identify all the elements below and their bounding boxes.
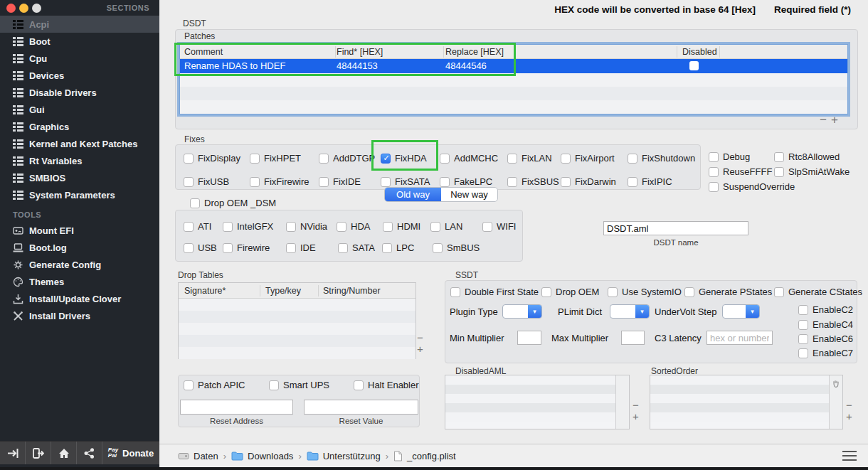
- lan-checkbox[interactable]: LAN: [430, 221, 462, 232]
- breadcrumb-item-daten[interactable]: Daten: [178, 451, 218, 461]
- use-systemio-checkbox[interactable]: Use SystemIO: [608, 287, 682, 297]
- col-type-key[interactable]: Type/key: [265, 286, 301, 296]
- zoom-button[interactable]: [32, 4, 41, 13]
- sidebar-item-devices[interactable]: Devices: [0, 67, 159, 84]
- addmchc-checkbox[interactable]: AddMCHC: [440, 153, 498, 164]
- fixhpet-checkbox[interactable]: FixHPET: [250, 153, 301, 164]
- minimize-button[interactable]: [19, 4, 28, 13]
- remove-table-button[interactable]: −: [417, 333, 423, 343]
- patch-disabled-checkbox[interactable]: [689, 61, 699, 70]
- drop-oem-dsm-checkbox[interactable]: Drop OEM _DSM: [190, 198, 276, 208]
- export-config-button[interactable]: [26, 442, 51, 464]
- fakelpc-checkbox[interactable]: FakeLPC: [440, 176, 492, 187]
- fixshutdown-checkbox[interactable]: FixShutdown: [628, 153, 695, 164]
- home-button[interactable]: [51, 442, 77, 464]
- breadcrumb-item-config-plist[interactable]: _config.plist: [393, 451, 456, 461]
- intelgfx-checkbox[interactable]: IntelGFX: [223, 221, 273, 232]
- tool-generate-config[interactable]: Generate Config: [0, 256, 159, 273]
- sidebar-item-kernel-kext-patches[interactable]: Kernel and Kext Patches: [0, 135, 159, 152]
- ide-checkbox[interactable]: IDE: [286, 242, 316, 253]
- plugin-type-select[interactable]: ▾: [502, 304, 542, 319]
- firewire-checkbox[interactable]: Firewire: [223, 242, 270, 253]
- sidebar-item-system-parameters[interactable]: System Parameters: [0, 186, 159, 203]
- double-first-state-checkbox[interactable]: Double First State: [450, 287, 539, 297]
- remove-sorted-button[interactable]: −: [846, 400, 852, 410]
- col-signature[interactable]: Signature*: [184, 286, 226, 296]
- fixlan-checkbox[interactable]: FixLAN: [507, 153, 552, 164]
- remove-patch-button[interactable]: −: [820, 115, 827, 125]
- c3-latency-input[interactable]: [706, 331, 773, 345]
- smart-ups-checkbox[interactable]: Smart UPS: [269, 380, 329, 390]
- add-aml-button[interactable]: +: [633, 412, 639, 422]
- dsdt-name-input[interactable]: [603, 221, 748, 235]
- undervolt-step-select[interactable]: ▾: [722, 304, 760, 319]
- slpsmiatwake-checkbox[interactable]: SlpSmiAtWake: [774, 166, 850, 177]
- add-table-button[interactable]: +: [417, 344, 423, 354]
- halt-enabler-checkbox[interactable]: Halt Enabler: [354, 380, 419, 390]
- col-replace-hex[interactable]: Replace [HEX]: [445, 47, 504, 57]
- tool-themes[interactable]: Themes: [0, 273, 159, 290]
- fixusb-checkbox[interactable]: FixUSB: [184, 176, 229, 187]
- ati-checkbox[interactable]: ATI: [184, 221, 211, 232]
- reset-value-input[interactable]: [304, 400, 418, 415]
- min-multiplier-input[interactable]: [517, 331, 541, 345]
- col-find-hex[interactable]: Find* [HEX]: [337, 47, 383, 57]
- enablec7-checkbox[interactable]: EnableC7: [798, 348, 853, 358]
- drop-oem-checkbox[interactable]: Drop OEM: [541, 287, 599, 297]
- debug-checkbox[interactable]: Debug: [709, 151, 750, 162]
- fixipic-checkbox[interactable]: FixIPIC: [628, 176, 672, 187]
- fixdisplay-checkbox[interactable]: FixDisplay: [184, 153, 240, 164]
- remove-aml-button[interactable]: −: [633, 400, 639, 410]
- hdmi-checkbox[interactable]: HDMI: [383, 221, 420, 232]
- rtc8allowed-checkbox[interactable]: Rtc8Allowed: [774, 151, 840, 162]
- new-way-segment[interactable]: New way: [441, 188, 497, 201]
- sata-checkbox[interactable]: SATA: [338, 242, 375, 253]
- enablec4-checkbox[interactable]: EnableC4: [798, 319, 853, 330]
- generate-pstates-checkbox[interactable]: Generate PStates: [684, 287, 772, 297]
- drag-hand-icon[interactable]: [831, 378, 841, 391]
- adddtgp-checkbox[interactable]: AddDTGP: [319, 153, 375, 164]
- enablec2-checkbox[interactable]: EnableC2: [798, 304, 853, 315]
- generate-cstates-checkbox[interactable]: Generate CStates: [774, 287, 862, 297]
- fixairport-checkbox[interactable]: FixAirport: [561, 153, 615, 164]
- fixdarwin-checkbox[interactable]: FixDarwin: [561, 176, 616, 187]
- donate-button[interactable]: PayPal Donate: [102, 442, 159, 464]
- enablec6-checkbox[interactable]: EnableC6: [798, 333, 853, 344]
- hda-checkbox[interactable]: HDA: [337, 221, 370, 232]
- add-sorted-button[interactable]: +: [846, 412, 852, 422]
- sidebar-item-rt-variables[interactable]: Rt Variables: [0, 152, 159, 169]
- plimit-dict-select[interactable]: ▾: [610, 304, 650, 319]
- reuseffff-checkbox[interactable]: ReuseFFFF: [709, 166, 772, 177]
- tool-install-drivers[interactable]: Install Drivers: [0, 307, 159, 324]
- patch-row-selected[interactable]: Rename HDAS to HDEF 48444153 48444546: [180, 59, 847, 73]
- usb-checkbox[interactable]: USB: [184, 242, 217, 253]
- sidebar-item-smbios[interactable]: SMBIOS: [0, 169, 159, 186]
- col-string-number[interactable]: String/Number: [323, 286, 381, 296]
- patches-table[interactable]: Comment Find* [HEX] Replace [HEX] Disabl…: [179, 44, 848, 114]
- patch-apic-checkbox[interactable]: Patch APIC: [184, 380, 245, 390]
- import-config-button[interactable]: [0, 442, 26, 464]
- share-button[interactable]: [77, 442, 102, 464]
- sorted-order-list[interactable]: [650, 375, 843, 429]
- sidebar-item-gui[interactable]: Gui: [0, 101, 159, 118]
- sidebar-item-cpu[interactable]: Cpu: [0, 50, 159, 67]
- col-comment[interactable]: Comment: [184, 47, 223, 57]
- fixsata-checkbox[interactable]: FixSATA: [381, 176, 430, 187]
- wifi-checkbox[interactable]: WIFI: [482, 221, 516, 232]
- suspendoverride-checkbox[interactable]: SuspendOverride: [709, 181, 795, 192]
- max-multiplier-input[interactable]: [621, 331, 645, 345]
- disabled-aml-list[interactable]: [445, 375, 630, 429]
- tool-install-update-clover[interactable]: Install/Update Clover: [0, 290, 159, 307]
- col-disabled[interactable]: Disabled: [682, 47, 717, 57]
- drop-tables-table[interactable]: Signature* Type/key String/Number: [178, 282, 416, 359]
- breadcrumb-item-downloads[interactable]: Downloads: [231, 451, 293, 461]
- reset-address-input[interactable]: [180, 400, 293, 415]
- fixsbus-checkbox[interactable]: FixSBUS: [507, 176, 559, 187]
- lpc-checkbox[interactable]: LPC: [382, 242, 414, 253]
- breadcrumb-item-unterstuetzung[interactable]: Unterstützung: [307, 451, 381, 461]
- fixide-checkbox[interactable]: FixIDE: [319, 176, 361, 187]
- sidebar-item-disable-drivers[interactable]: Disable Drivers: [0, 84, 159, 101]
- menu-icon[interactable]: [842, 451, 857, 461]
- sidebar-item-graphics[interactable]: Graphics: [0, 118, 159, 135]
- tool-mount-efi[interactable]: Mount EFI: [0, 222, 159, 239]
